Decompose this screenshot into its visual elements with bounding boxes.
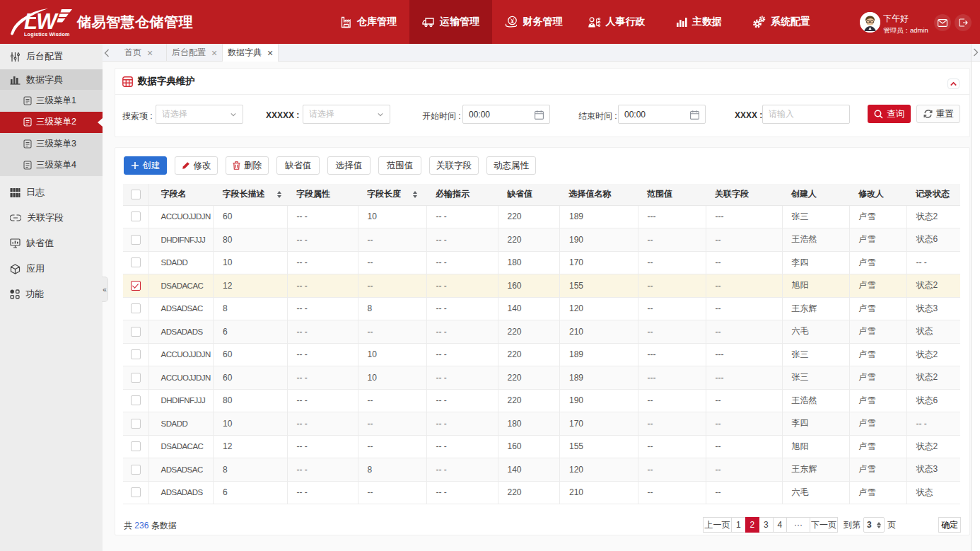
svg-text:Logistics Wisdom: Logistics Wisdom (24, 31, 70, 37)
svg-text:LW: LW (24, 9, 59, 34)
